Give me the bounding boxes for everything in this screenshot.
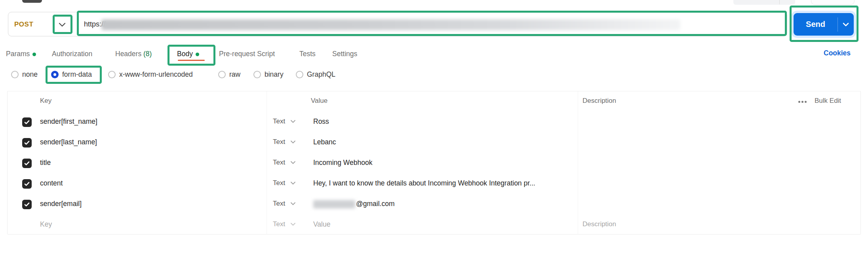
type-dropdown[interactable]: Text	[273, 138, 296, 146]
bulk-edit-button[interactable]: Bulk Edit	[815, 97, 841, 105]
key-cell[interactable]: sender[last_name]	[40, 138, 97, 146]
radio-binary[interactable]: binary	[253, 70, 284, 79]
table-header-row: Key Value Description Bulk Edit	[8, 91, 860, 110]
body-tab-active-indicator	[178, 60, 205, 61]
cutoff-divider	[779, 0, 780, 4]
headers-count: (8)	[143, 50, 152, 58]
cutoff-top-tab	[22, 0, 42, 3]
cookies-link[interactable]: Cookies	[824, 49, 851, 57]
row-checkbox[interactable]	[22, 159, 32, 168]
table-row: sender[email] Text @gmail.com	[8, 194, 860, 214]
row-checkbox[interactable]	[22, 138, 32, 148]
tab-params[interactable]: Params	[6, 50, 36, 58]
description-cell-placeholder[interactable]: Description	[582, 220, 616, 228]
chevron-down-icon	[290, 140, 296, 144]
type-dropdown[interactable]: Text	[273, 179, 296, 187]
body-dot-icon	[196, 53, 199, 56]
tab-authorization[interactable]: Authorization	[52, 50, 92, 58]
radio-none[interactable]: none	[11, 70, 38, 79]
key-cell[interactable]: sender[first_name]	[40, 117, 97, 126]
table-row: sender[first_name] Text Ross	[8, 112, 860, 132]
tab-tests[interactable]: Tests	[299, 50, 316, 58]
key-cell[interactable]: sender[email]	[40, 200, 82, 208]
type-dropdown[interactable]: Text	[273, 200, 296, 208]
column-header-key: Key	[40, 97, 51, 105]
more-options-icon[interactable]	[798, 101, 800, 103]
table-row: content Text Hey, I want to know the det…	[8, 173, 860, 194]
request-tabs: Params Authorization Headers (8) Body Pr…	[0, 47, 868, 62]
radio-raw[interactable]: raw	[218, 70, 240, 79]
column-header-description: Description	[582, 97, 616, 105]
send-options-chevron-icon[interactable]	[838, 21, 854, 28]
radio-selected-icon	[51, 71, 59, 78]
method-selector[interactable]: POST	[14, 21, 33, 28]
chevron-down-icon	[290, 202, 296, 206]
row-checkbox[interactable]	[22, 200, 32, 209]
type-dropdown[interactable]: Text	[273, 117, 296, 125]
send-button-label: Send	[794, 20, 838, 29]
body-type-options: none form-data x-www-form-urlencoded raw…	[0, 68, 868, 84]
key-cell[interactable]: content	[40, 179, 63, 187]
chevron-down-icon	[290, 161, 296, 165]
table-row: title Text Incoming Webhook	[8, 153, 860, 173]
type-dropdown[interactable]: Text	[273, 220, 296, 228]
chevron-down-icon	[290, 181, 296, 185]
email-redacted-blur	[313, 200, 355, 208]
value-cell[interactable]: @gmail.com	[313, 200, 395, 208]
value-cell[interactable]: Ross	[313, 117, 329, 126]
value-cell[interactable]: Hey, I want to know the details about In…	[313, 179, 535, 187]
radio-graphql[interactable]: GraphQL	[296, 70, 335, 79]
radio-x-www-form-urlencoded[interactable]: x-www-form-urlencoded	[108, 70, 193, 79]
type-dropdown[interactable]: Text	[273, 159, 296, 166]
chevron-down-icon	[290, 222, 296, 226]
method-dropdown-chevron-icon[interactable]	[57, 20, 67, 29]
cutoff-environment-selector	[811, 0, 855, 5]
table-row-empty: Key Text Value Description	[8, 214, 860, 235]
radio-circle-icon	[253, 71, 261, 78]
form-data-table: Key Value Description Bulk Edit sender[f…	[7, 91, 861, 235]
tab-body[interactable]: Body	[177, 50, 199, 58]
radio-circle-icon	[296, 71, 303, 78]
cutoff-environment-bar	[733, 0, 795, 5]
radio-circle-icon	[218, 71, 226, 78]
tab-settings[interactable]: Settings	[332, 50, 357, 58]
radio-circle-icon	[108, 71, 116, 78]
row-checkbox[interactable]	[22, 179, 32, 189]
value-cell[interactable]: Lebanc	[313, 138, 336, 146]
tab-pre-request-script[interactable]: Pre-request Script	[219, 50, 275, 58]
value-cell[interactable]: Incoming Webhook	[313, 159, 373, 167]
radio-circle-icon	[11, 71, 19, 78]
key-cell[interactable]: title	[40, 159, 51, 167]
key-cell-placeholder[interactable]: Key	[40, 220, 52, 229]
radio-form-data[interactable]: form-data	[51, 70, 92, 79]
tab-headers[interactable]: Headers (8)	[115, 50, 152, 58]
send-button[interactable]: Send	[794, 13, 854, 36]
url-redacted-blur	[101, 19, 680, 30]
column-header-value: Value	[311, 97, 327, 105]
row-checkbox[interactable]	[22, 117, 32, 127]
value-cell-placeholder[interactable]: Value	[313, 220, 330, 229]
table-row: sender[last_name] Text Lebanc	[8, 132, 860, 153]
chevron-down-icon	[290, 119, 296, 123]
params-dot-icon	[32, 53, 36, 56]
